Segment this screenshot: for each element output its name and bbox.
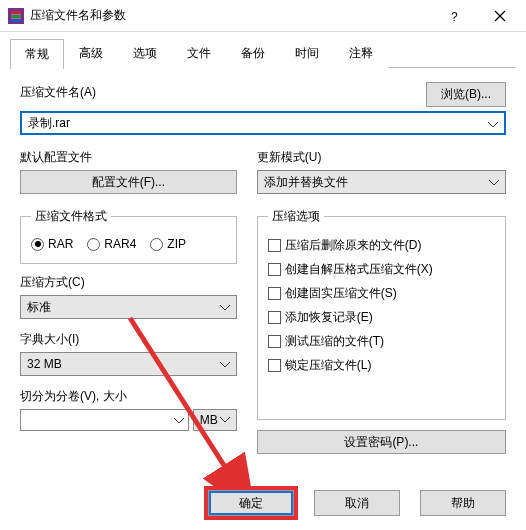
update-mode-select[interactable]: 添加并替换文件: [257, 170, 506, 194]
radio-label: RAR4: [104, 237, 136, 251]
checkbox-icon: [268, 335, 281, 348]
opt-test[interactable]: 测试压缩的文件(T): [268, 333, 495, 350]
profile-label: 默认配置文件: [20, 149, 237, 166]
tab-bar: 常规 高级 选项 文件 备份 时间 注释: [0, 32, 526, 68]
checkbox-icon: [268, 287, 281, 300]
ok-highlight: 确定: [208, 490, 294, 516]
checkbox-label: 测试压缩的文件(T): [285, 333, 384, 350]
chevron-down-icon: [174, 413, 184, 427]
opt-delete-after[interactable]: 压缩后删除原来的文件(D): [268, 237, 495, 254]
chevron-down-icon: [488, 117, 498, 131]
dict-value: 32 MB: [27, 357, 62, 371]
checkbox-icon: [268, 239, 281, 252]
radio-icon: [150, 238, 163, 251]
split-label: 切分为分卷(V), 大小: [20, 388, 237, 405]
radio-label: RAR: [48, 237, 73, 251]
tab-label: 时间: [295, 46, 319, 60]
close-button[interactable]: [478, 1, 522, 31]
checkbox-label: 创建自解压格式压缩文件(X): [285, 261, 433, 278]
split-size-combo[interactable]: [20, 409, 189, 431]
update-mode-label: 更新模式(U): [257, 149, 506, 166]
svg-rect-2: [11, 11, 21, 14]
tab-general[interactable]: 常规: [10, 39, 64, 69]
split-unit-value: MB: [200, 413, 218, 427]
ok-label: 确定: [239, 495, 263, 512]
format-radio-rar[interactable]: RAR: [31, 237, 73, 251]
split-unit-select[interactable]: MB: [193, 409, 237, 431]
method-label: 压缩方式(C): [20, 274, 237, 291]
help-dialog-button[interactable]: 帮助: [420, 490, 506, 516]
ok-button[interactable]: 确定: [208, 490, 294, 516]
checkbox-label: 锁定压缩文件(L): [285, 357, 372, 374]
format-radio-rar4[interactable]: RAR4: [87, 237, 136, 251]
app-icon: [8, 8, 24, 24]
tab-content: 压缩文件名(A) 浏览(B)... 录制.rar 默认配置文件 配置文件(F).…: [0, 68, 526, 464]
format-group: 压缩文件格式 RAR RAR4 ZIP: [20, 208, 237, 264]
method-value: 标准: [27, 299, 51, 316]
radio-label: ZIP: [167, 237, 186, 251]
dict-label: 字典大小(I): [20, 331, 237, 348]
opt-sfx[interactable]: 创建自解压格式压缩文件(X): [268, 261, 495, 278]
archive-name-combo[interactable]: 录制.rar: [20, 111, 506, 135]
tab-options[interactable]: 选项: [118, 38, 172, 68]
svg-text:?: ?: [451, 10, 458, 23]
options-group: 压缩选项 压缩后删除原来的文件(D) 创建自解压格式压缩文件(X) 创建固实压缩…: [257, 208, 506, 420]
update-mode-value: 添加并替换文件: [264, 174, 348, 191]
opt-recovery[interactable]: 添加恢复记录(E): [268, 309, 495, 326]
title-bar: 压缩文件名和参数 ?: [0, 0, 526, 32]
archive-name-value: 录制.rar: [28, 116, 70, 130]
method-select[interactable]: 标准: [20, 295, 237, 319]
tab-label: 文件: [187, 46, 211, 60]
checkbox-label: 创建固实压缩文件(S): [285, 285, 397, 302]
browse-button[interactable]: 浏览(B)...: [426, 82, 506, 107]
tab-files[interactable]: 文件: [172, 38, 226, 68]
chevron-down-icon: [220, 417, 230, 423]
tab-sep: [388, 38, 516, 68]
help-label: 帮助: [451, 495, 475, 512]
browse-label: 浏览(B)...: [441, 87, 491, 101]
tab-label: 高级: [79, 46, 103, 60]
tab-advanced[interactable]: 高级: [64, 38, 118, 68]
options-legend: 压缩选项: [268, 208, 324, 225]
chevron-down-icon: [489, 175, 499, 189]
tab-label: 常规: [25, 47, 49, 61]
tab-backup[interactable]: 备份: [226, 38, 280, 68]
checkbox-label: 添加恢复记录(E): [285, 309, 373, 326]
profile-button-label: 配置文件(F)...: [92, 174, 165, 191]
chevron-down-icon: [220, 357, 230, 371]
format-legend: 压缩文件格式: [31, 208, 111, 225]
archive-name-label: 压缩文件名(A): [20, 84, 96, 101]
window-title: 压缩文件名和参数: [30, 7, 434, 24]
tab-label: 注释: [349, 46, 373, 60]
cancel-button[interactable]: 取消: [314, 490, 400, 516]
help-button[interactable]: ?: [434, 1, 478, 31]
tab-label: 备份: [241, 46, 265, 60]
format-radio-zip[interactable]: ZIP: [150, 237, 186, 251]
cancel-label: 取消: [345, 495, 369, 512]
opt-solid[interactable]: 创建固实压缩文件(S): [268, 285, 495, 302]
checkbox-icon: [268, 311, 281, 324]
radio-icon: [87, 238, 100, 251]
tab-label: 选项: [133, 46, 157, 60]
chevron-down-icon: [220, 300, 230, 314]
password-button[interactable]: 设置密码(P)...: [257, 430, 506, 454]
password-button-label: 设置密码(P)...: [344, 434, 418, 451]
profile-button[interactable]: 配置文件(F)...: [20, 170, 237, 194]
opt-lock[interactable]: 锁定压缩文件(L): [268, 357, 495, 374]
svg-rect-3: [11, 15, 21, 18]
checkbox-label: 压缩后删除原来的文件(D): [285, 237, 422, 254]
dialog-button-row: 确定 取消 帮助: [208, 490, 506, 516]
radio-icon: [31, 238, 44, 251]
dict-select[interactable]: 32 MB: [20, 352, 237, 376]
tab-comment[interactable]: 注释: [334, 38, 388, 68]
checkbox-icon: [268, 263, 281, 276]
tab-time[interactable]: 时间: [280, 38, 334, 68]
checkbox-icon: [268, 359, 281, 372]
svg-rect-4: [11, 19, 21, 22]
